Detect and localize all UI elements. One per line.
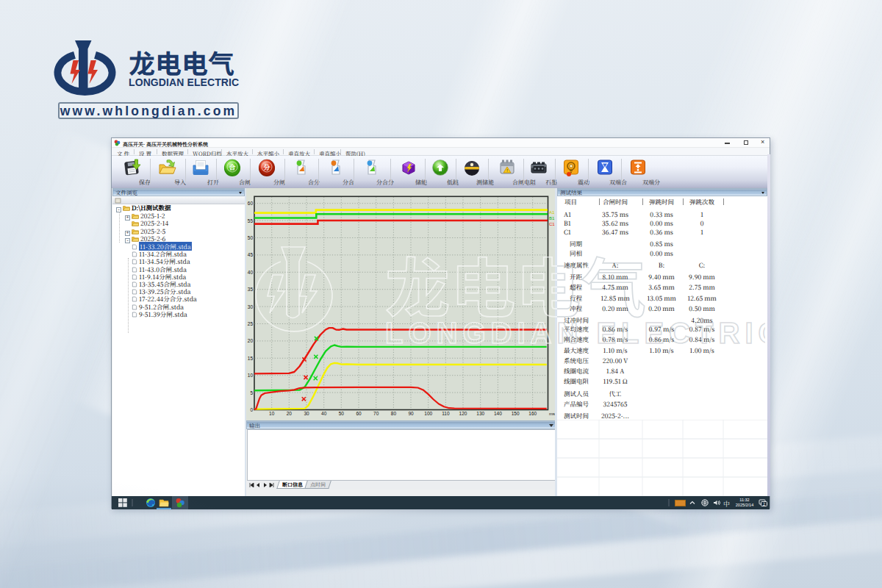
svg-text:90: 90 <box>408 411 414 416</box>
svg-text:10: 10 <box>248 373 254 378</box>
svg-text:25: 25 <box>248 321 254 326</box>
svg-text:20: 20 <box>248 338 254 343</box>
svg-text:35: 35 <box>248 287 254 292</box>
svg-text:2: 2 <box>763 502 765 506</box>
svg-text:0: 0 <box>250 407 253 412</box>
svg-text:B1: B1 <box>549 216 555 220</box>
svg-text:30: 30 <box>248 304 254 309</box>
svg-text:20: 20 <box>287 411 293 416</box>
svg-text:70: 70 <box>373 411 379 416</box>
svg-text:60: 60 <box>248 201 254 206</box>
svg-text:10: 10 <box>269 411 275 416</box>
svg-text:50: 50 <box>339 411 345 416</box>
svg-text:45: 45 <box>248 252 254 257</box>
svg-text:110: 110 <box>442 411 450 416</box>
svg-text:100: 100 <box>424 411 432 416</box>
svg-text:80: 80 <box>391 411 397 416</box>
svg-text:40: 40 <box>248 270 254 275</box>
svg-text:ms: ms <box>549 412 555 416</box>
svg-text:15: 15 <box>248 356 254 361</box>
svg-text:60: 60 <box>356 411 362 416</box>
svg-text:A1: A1 <box>549 210 555 215</box>
svg-text:50: 50 <box>248 235 254 240</box>
svg-text:55: 55 <box>248 218 254 223</box>
svg-text:30: 30 <box>304 411 309 416</box>
svg-text:120: 120 <box>459 411 467 416</box>
svg-text:5: 5 <box>250 390 253 395</box>
svg-text:140: 140 <box>494 411 502 416</box>
svg-text:160: 160 <box>528 411 537 416</box>
svg-text:合: 合 <box>229 162 235 172</box>
svg-text:分: 分 <box>262 162 270 172</box>
svg-text:40: 40 <box>321 411 327 416</box>
svg-text:130: 130 <box>476 411 484 416</box>
svg-text:150: 150 <box>512 411 520 416</box>
